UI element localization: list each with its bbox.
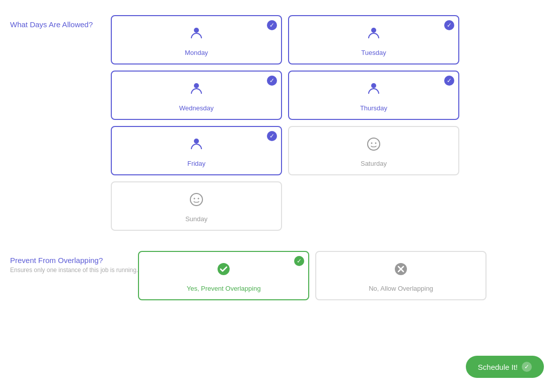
schedule-button[interactable]: Schedule It! ✓ (466, 356, 544, 378)
svg-point-0 (194, 28, 199, 33)
allow-label: No, Allow Overlapping (369, 285, 433, 292)
monday-check-badge: ✓ (267, 20, 277, 30)
svg-point-8 (190, 193, 202, 206)
sunday-icon (188, 191, 204, 211)
svg-point-7 (375, 143, 377, 144)
day-card-monday[interactable]: ✓ Monday (111, 15, 282, 64)
day-card-friday[interactable]: ✓ Friday (111, 126, 282, 175)
day-card-saturday[interactable]: ✓ Saturday (288, 126, 459, 175)
thursday-check-badge: ✓ (444, 76, 454, 86)
day-card-sunday[interactable]: ✓ Sunday (111, 181, 282, 231)
wednesday-check-badge: ✓ (267, 76, 277, 86)
thursday-label: Thursday (360, 104, 387, 112)
days-section-label: What Days Are Allowed? (10, 15, 111, 31)
friday-label: Friday (187, 160, 205, 167)
overlap-section: Prevent From Overlapping? Ensures only o… (10, 251, 548, 300)
overlap-cards-grid: ✓ Yes, Prevent Overlapping No, (138, 251, 548, 300)
svg-point-5 (368, 138, 380, 150)
overlap-section-label: Prevent From Overlapping? Ensures only o… (10, 251, 138, 274)
allow-icon (393, 261, 409, 281)
svg-point-1 (371, 28, 376, 33)
friday-icon (188, 136, 204, 156)
prevent-icon (216, 261, 232, 281)
days-section: What Days Are Allowed? ✓ Monday ✓ (10, 15, 548, 231)
svg-point-11 (218, 263, 230, 275)
tuesday-check-badge: ✓ (444, 20, 454, 30)
svg-point-4 (194, 139, 199, 144)
schedule-button-check-icon: ✓ (522, 362, 532, 372)
days-cards-grid: ✓ Monday ✓ Tuesday (111, 15, 548, 231)
overlap-card-allow[interactable]: No, Allow Overlapping (315, 251, 486, 300)
saturday-label: Saturday (361, 160, 387, 167)
svg-point-2 (194, 83, 199, 88)
day-card-tuesday[interactable]: ✓ Tuesday (288, 15, 459, 64)
prevent-label: Yes, Prevent Overlapping (187, 285, 261, 292)
friday-check-badge: ✓ (267, 131, 277, 141)
svg-point-3 (371, 83, 376, 88)
svg-point-10 (198, 198, 199, 200)
svg-point-9 (194, 198, 195, 200)
schedule-button-label: Schedule It! (478, 363, 518, 371)
overlap-card-prevent[interactable]: ✓ Yes, Prevent Overlapping (138, 251, 309, 300)
wednesday-icon (188, 81, 204, 100)
overlap-section-desc: Ensures only one instance of this job is… (10, 267, 138, 274)
wednesday-label: Wednesday (179, 104, 214, 112)
thursday-icon (366, 81, 382, 100)
day-card-wednesday[interactable]: ✓ Wednesday (111, 71, 282, 120)
sunday-label: Sunday (185, 215, 207, 223)
tuesday-icon (366, 25, 382, 45)
overlap-section-title: Prevent From Overlapping? (10, 256, 138, 265)
tuesday-label: Tuesday (361, 49, 386, 56)
day-card-thursday[interactable]: ✓ Thursday (288, 71, 459, 120)
days-section-title: What Days Are Allowed? (10, 20, 111, 29)
saturday-icon (366, 136, 382, 156)
svg-point-6 (371, 143, 373, 144)
prevent-check-badge: ✓ (294, 256, 304, 266)
monday-label: Monday (185, 49, 208, 56)
monday-icon (188, 25, 204, 45)
